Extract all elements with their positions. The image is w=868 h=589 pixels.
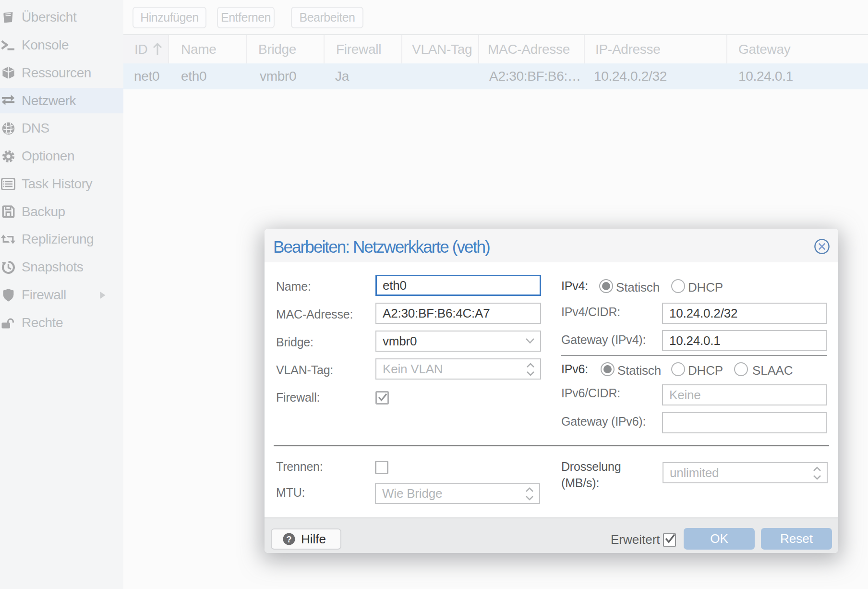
svg-text:?: ? [286,534,291,544]
